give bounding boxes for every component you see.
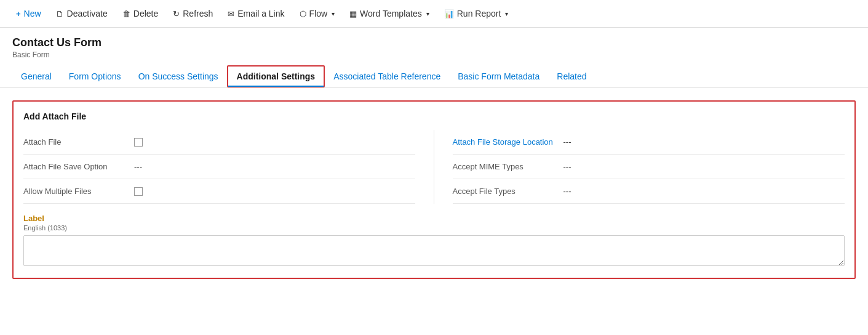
attach-file-save-option-value: --- bbox=[134, 162, 142, 171]
refresh-icon: ↻ bbox=[173, 9, 180, 18]
attach-file-row: Attach File bbox=[23, 130, 415, 155]
run-report-label: Run Report bbox=[457, 9, 501, 18]
tab-basic-form-metadata[interactable]: Basic Form Metadata bbox=[449, 65, 548, 87]
tab-additional-settings[interactable]: Additional Settings bbox=[227, 65, 325, 87]
attach-file-label: Attach File bbox=[23, 137, 134, 147]
email-icon: ✉ bbox=[228, 9, 234, 18]
add-attach-file-section: Add Attach File Attach File Attach File … bbox=[12, 100, 856, 279]
run-report-icon: 📊 bbox=[444, 9, 454, 18]
allow-multiple-files-row: Allow Multiple Files bbox=[23, 179, 415, 204]
right-column: Attach File Storage Location --- Accept … bbox=[434, 130, 845, 204]
tab-general[interactable]: General bbox=[12, 65, 60, 87]
accept-file-types-label: Accept File Types bbox=[453, 187, 563, 196]
accept-mime-types-value: --- bbox=[563, 162, 571, 171]
page-header: Contact Us Form Basic Form bbox=[0, 28, 868, 59]
email-link-label: Email a Link bbox=[237, 9, 284, 18]
delete-icon: 🗑 bbox=[122, 9, 130, 18]
page-title: Contact Us Form bbox=[12, 36, 856, 49]
allow-multiple-files-checkbox[interactable] bbox=[134, 187, 143, 196]
word-templates-icon: ▦ bbox=[349, 9, 357, 18]
section-title: Add Attach File bbox=[23, 111, 845, 121]
attach-file-save-option-label: Attach File Save Option bbox=[23, 162, 134, 171]
attach-file-save-option-row: Attach File Save Option --- bbox=[23, 155, 415, 179]
delete-button[interactable]: 🗑 Delete bbox=[116, 5, 164, 22]
plus-icon: + bbox=[16, 9, 21, 18]
word-templates-button[interactable]: ▦ Word Templates ▾ bbox=[343, 5, 436, 22]
accept-file-types-value: --- bbox=[563, 187, 571, 196]
run-report-button[interactable]: 📊 Run Report ▾ bbox=[438, 5, 515, 22]
tab-related[interactable]: Related bbox=[548, 65, 595, 87]
run-report-chevron-icon: ▾ bbox=[505, 10, 508, 17]
new-label: New bbox=[24, 9, 41, 18]
label-textarea[interactable] bbox=[23, 235, 845, 266]
label-section: Label English (1033) bbox=[23, 214, 845, 268]
refresh-button[interactable]: ↻ Refresh bbox=[167, 5, 219, 22]
refresh-label: Refresh bbox=[183, 9, 213, 18]
attach-file-storage-location-row: Attach File Storage Location --- bbox=[453, 130, 845, 155]
accept-mime-types-row: Accept MIME Types --- bbox=[453, 155, 845, 179]
deactivate-label: Deactivate bbox=[67, 9, 108, 18]
deactivate-icon: 🗋 bbox=[56, 9, 64, 18]
toolbar: + New 🗋 Deactivate 🗑 Delete ↻ Refresh ✉ … bbox=[0, 0, 868, 28]
allow-multiple-files-label: Allow Multiple Files bbox=[23, 187, 134, 196]
word-templates-label: Word Templates bbox=[360, 9, 422, 18]
accept-mime-types-label: Accept MIME Types bbox=[453, 162, 563, 171]
attach-file-storage-location-label: Attach File Storage Location bbox=[453, 137, 563, 147]
tab-form-options[interactable]: Form Options bbox=[60, 65, 130, 87]
new-button[interactable]: + New bbox=[10, 5, 47, 22]
fields-grid: Attach File Attach File Save Option --- … bbox=[23, 130, 845, 204]
attach-file-storage-location-value: --- bbox=[563, 137, 571, 147]
page-subtitle: Basic Form bbox=[12, 50, 856, 59]
label-sublabel: English (1033) bbox=[23, 224, 845, 232]
attach-file-checkbox[interactable] bbox=[134, 138, 143, 147]
tab-on-success-settings[interactable]: On Success Settings bbox=[130, 65, 227, 87]
flow-icon: ⬡ bbox=[300, 9, 306, 18]
flow-chevron-icon: ▾ bbox=[332, 10, 335, 17]
label-title: Label bbox=[23, 214, 845, 223]
flow-button[interactable]: ⬡ Flow ▾ bbox=[293, 5, 341, 22]
tab-associated-table-reference[interactable]: Associated Table Reference bbox=[325, 65, 449, 87]
accept-file-types-row: Accept File Types --- bbox=[453, 179, 845, 204]
tabs-container: General Form Options On Success Settings… bbox=[0, 59, 868, 88]
flow-label: Flow bbox=[309, 9, 328, 18]
email-link-button[interactable]: ✉ Email a Link bbox=[221, 5, 290, 22]
content-area: Add Attach File Attach File Attach File … bbox=[0, 88, 868, 291]
delete-label: Delete bbox=[133, 9, 158, 18]
deactivate-button[interactable]: 🗋 Deactivate bbox=[50, 5, 114, 22]
left-column: Attach File Attach File Save Option --- … bbox=[23, 130, 434, 204]
word-templates-chevron-icon: ▾ bbox=[426, 10, 429, 17]
